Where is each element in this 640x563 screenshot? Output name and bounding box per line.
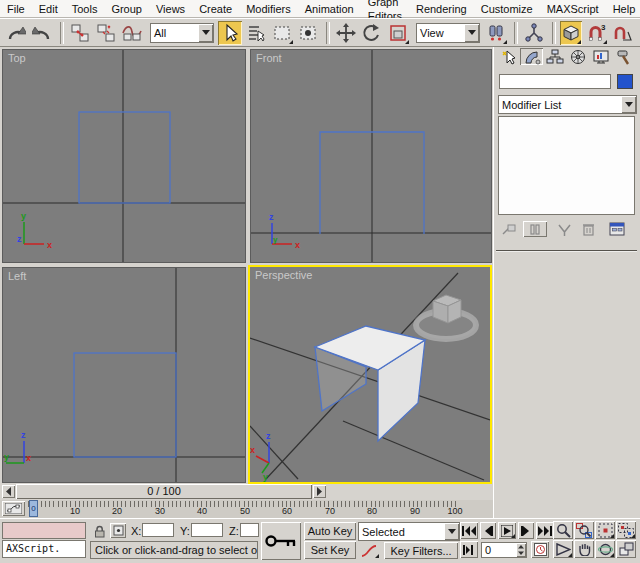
dropdown-arrow-icon[interactable] — [621, 96, 636, 113]
configure-modifier-sets-button[interactable] — [606, 221, 628, 237]
select-and-move-button[interactable] — [334, 21, 358, 45]
absolute-mode-toggle[interactable] — [110, 523, 126, 538]
menu-group[interactable]: Group — [104, 1, 149, 17]
select-and-rotate-button[interactable] — [360, 21, 384, 45]
previous-frame-arrow[interactable] — [2, 485, 15, 498]
viewport-left-label[interactable]: Left — [8, 270, 26, 282]
set-key-button[interactable]: Set Key — [304, 541, 356, 559]
tab-utilities[interactable] — [612, 48, 635, 65]
modifier-stack-list[interactable] — [498, 116, 635, 215]
auto-key-button[interactable]: Auto Key — [304, 522, 356, 540]
zoom-button[interactable] — [553, 521, 573, 539]
menu-modifiers[interactable]: Modifiers — [239, 1, 298, 17]
dropdown-arrow-icon[interactable] — [444, 523, 459, 540]
use-pivot-point-center-button[interactable] — [484, 21, 508, 45]
menu-views[interactable]: Views — [149, 1, 192, 17]
make-unique-button[interactable] — [553, 221, 575, 237]
play-animation-button[interactable] — [498, 522, 516, 539]
selection-filter-dropdown[interactable]: All — [150, 23, 214, 43]
window-crossing-button[interactable] — [296, 21, 320, 45]
bind-to-space-warp-button[interactable] — [120, 21, 144, 45]
menu-edit[interactable]: Edit — [32, 1, 65, 17]
tab-motion[interactable] — [566, 48, 589, 65]
viewport-left[interactable]: Left z y x — [2, 267, 246, 483]
key-mode-dropdown[interactable]: Selected — [358, 522, 460, 541]
viewport-front-label[interactable]: Front — [256, 52, 282, 64]
selection-region-button[interactable] — [270, 21, 294, 45]
menu-animation[interactable]: Animation — [298, 1, 361, 17]
viewport-top[interactable]: Top y x z — [2, 49, 246, 263]
default-tangents-button[interactable] — [358, 542, 380, 559]
table-object[interactable] — [315, 326, 425, 441]
track-bar[interactable]: 0 10 20 30 40 50 60 70 80 90 100 0 — [0, 500, 493, 519]
box-object-wireframe-top[interactable] — [79, 112, 170, 203]
time-configuration-button[interactable] — [531, 541, 549, 558]
redo-button[interactable] — [30, 21, 54, 45]
go-to-end-button[interactable] — [536, 522, 554, 539]
select-object-button[interactable] — [218, 21, 242, 45]
dropdown-arrow-icon[interactable] — [464, 24, 479, 42]
maxscript-mini-listener-white[interactable]: AXScript. — [2, 540, 86, 558]
current-frame-marker[interactable]: 0 — [29, 500, 38, 517]
frame-spinner[interactable] — [516, 543, 526, 557]
viewport-perspective[interactable]: Perspective — [248, 265, 492, 484]
viewport-front[interactable]: Front z x y — [250, 49, 492, 263]
menu-customize[interactable]: Customize — [474, 1, 540, 17]
menu-file[interactable]: File — [0, 1, 32, 17]
current-frame-field[interactable]: 0 — [481, 542, 527, 558]
snap-toggle-button[interactable]: 3 — [584, 21, 608, 45]
previous-frame-button[interactable] — [480, 522, 496, 539]
selection-lock-toggle[interactable] — [93, 524, 106, 538]
zoom-extents-button[interactable] — [595, 521, 615, 539]
select-and-rotate-icon — [362, 23, 382, 43]
select-and-manipulate-button[interactable] — [522, 21, 546, 45]
time-slider-handle[interactable]: 0 / 100 — [16, 484, 312, 499]
min-max-toggle-button[interactable] — [616, 540, 636, 558]
reference-coordinate-dropdown[interactable]: View — [416, 23, 480, 43]
select-and-scale-button[interactable] — [386, 21, 410, 45]
menu-tools[interactable]: Tools — [65, 1, 105, 17]
table-object-wireframe-left[interactable] — [74, 353, 176, 457]
menu-create[interactable]: Create — [192, 1, 239, 17]
field-of-view-button[interactable] — [553, 540, 573, 558]
dropdown-arrow-icon[interactable] — [198, 24, 213, 42]
object-color-swatch[interactable] — [617, 74, 633, 89]
z-coordinate-field[interactable] — [240, 523, 259, 537]
set-keys-button[interactable] — [261, 522, 301, 560]
viewport-top-label[interactable]: Top — [8, 52, 26, 64]
undo-button[interactable] — [4, 21, 28, 45]
zoom-all-button[interactable] — [574, 521, 594, 539]
key-filters-button[interactable]: Key Filters... — [384, 542, 458, 559]
tab-modify[interactable] — [520, 48, 543, 65]
percent-snap-toggle-button[interactable]: % — [636, 21, 640, 45]
key-mode-toggle-button[interactable] — [460, 541, 478, 558]
unlink-selection-button[interactable] — [94, 21, 118, 45]
viewport-perspective-label[interactable]: Perspective — [255, 269, 312, 281]
go-to-start-button[interactable] — [460, 522, 478, 539]
menu-rendering[interactable]: Rendering — [409, 1, 474, 17]
y-coordinate-field[interactable] — [191, 523, 223, 537]
next-frame-button[interactable] — [518, 522, 534, 539]
modifier-list-dropdown[interactable]: Modifier List — [498, 95, 637, 114]
snaps-toggle-button[interactable] — [560, 21, 582, 45]
angle-snap-toggle-button[interactable] — [610, 21, 634, 45]
toolbar-separator — [552, 22, 556, 44]
tab-display[interactable] — [589, 48, 612, 65]
select-and-link-button[interactable] — [68, 21, 92, 45]
maxscript-mini-listener-pink[interactable] — [2, 522, 86, 539]
select-by-name-button[interactable] — [244, 21, 268, 45]
menu-maxscript[interactable]: MAXScript — [540, 1, 606, 17]
show-end-result-button[interactable] — [523, 221, 547, 237]
menu-help[interactable]: Help — [606, 1, 640, 17]
arc-rotate-button[interactable] — [595, 540, 615, 558]
x-coordinate-field[interactable] — [142, 523, 174, 537]
next-frame-arrow[interactable] — [313, 485, 326, 498]
pan-view-button[interactable] — [574, 540, 594, 558]
object-name-field[interactable] — [499, 74, 611, 89]
remove-modifier-button[interactable] — [577, 221, 599, 237]
svg-text:x: x — [295, 240, 300, 250]
zoom-extents-all-button[interactable] — [616, 521, 636, 539]
pin-stack-button[interactable] — [498, 221, 520, 237]
tab-hierarchy[interactable] — [543, 48, 566, 65]
tab-create[interactable] — [497, 48, 520, 65]
